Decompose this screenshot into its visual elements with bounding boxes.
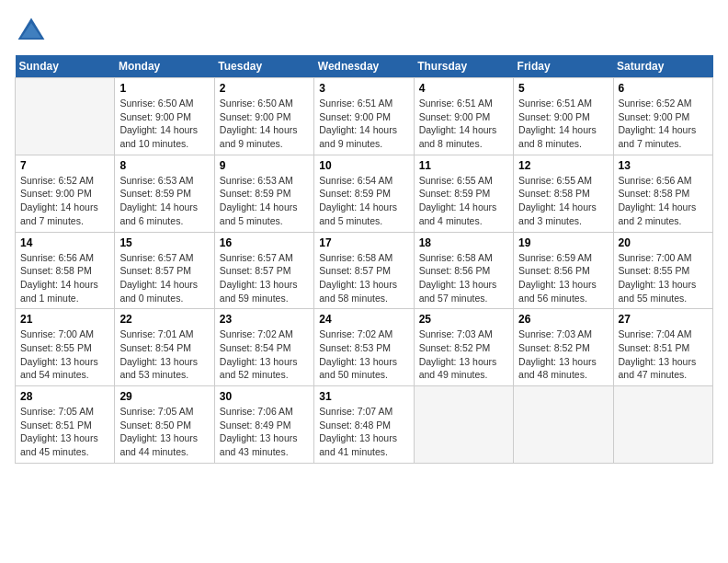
day-number: 1 <box>119 82 209 95</box>
week-row-3: 14Sunrise: 6:56 AM Sunset: 8:58 PM Dayli… <box>16 232 713 309</box>
calendar-cell <box>613 386 712 464</box>
day-detail: Sunrise: 6:56 AM Sunset: 8:58 PM Dayligh… <box>20 251 109 305</box>
calendar-cell: 22Sunrise: 7:01 AM Sunset: 8:54 PM Dayli… <box>115 309 214 386</box>
day-detail: Sunrise: 6:51 AM Sunset: 9:00 PM Dayligh… <box>518 97 608 151</box>
calendar-cell: 13Sunrise: 6:56 AM Sunset: 8:58 PM Dayli… <box>613 155 712 232</box>
day-detail: Sunrise: 7:03 AM Sunset: 8:52 PM Dayligh… <box>518 327 608 382</box>
calendar-cell: 8Sunrise: 6:53 AM Sunset: 8:59 PM Daylig… <box>115 155 214 232</box>
day-number: 28 <box>20 390 109 403</box>
day-number: 4 <box>419 82 508 95</box>
week-row-2: 7Sunrise: 6:52 AM Sunset: 9:00 PM Daylig… <box>16 155 713 232</box>
calendar-cell: 1Sunrise: 6:50 AM Sunset: 9:00 PM Daylig… <box>115 78 214 155</box>
calendar-cell: 29Sunrise: 7:05 AM Sunset: 8:50 PM Dayli… <box>115 386 214 464</box>
calendar-cell: 17Sunrise: 6:58 AM Sunset: 8:57 PM Dayli… <box>314 232 414 309</box>
calendar-cell: 5Sunrise: 6:51 AM Sunset: 9:00 PM Daylig… <box>514 78 613 155</box>
calendar-cell: 7Sunrise: 6:52 AM Sunset: 9:00 PM Daylig… <box>16 155 115 232</box>
day-number: 27 <box>619 313 708 326</box>
day-detail: Sunrise: 6:50 AM Sunset: 9:00 PM Dayligh… <box>220 97 309 151</box>
day-number: 18 <box>419 236 508 249</box>
calendar-cell: 26Sunrise: 7:03 AM Sunset: 8:52 PM Dayli… <box>514 309 613 386</box>
calendar-cell: 20Sunrise: 7:00 AM Sunset: 8:55 PM Dayli… <box>613 232 712 309</box>
day-detail: Sunrise: 6:50 AM Sunset: 9:00 PM Dayligh… <box>119 97 209 151</box>
day-detail: Sunrise: 6:58 AM Sunset: 8:56 PM Dayligh… <box>419 251 508 305</box>
logo <box>15 15 53 48</box>
day-detail: Sunrise: 7:00 AM Sunset: 8:55 PM Dayligh… <box>619 251 708 305</box>
day-detail: Sunrise: 7:02 AM Sunset: 8:54 PM Dayligh… <box>220 327 309 382</box>
calendar-cell: 4Sunrise: 6:51 AM Sunset: 9:00 PM Daylig… <box>414 78 513 155</box>
day-detail: Sunrise: 6:53 AM Sunset: 8:59 PM Dayligh… <box>119 174 209 228</box>
day-number: 16 <box>220 236 309 249</box>
day-detail: Sunrise: 6:52 AM Sunset: 9:00 PM Dayligh… <box>20 174 109 228</box>
weekday-header-row: SundayMondayTuesdayWednesdayThursdayFrid… <box>16 55 713 78</box>
day-number: 12 <box>518 159 608 172</box>
day-detail: Sunrise: 6:57 AM Sunset: 8:57 PM Dayligh… <box>220 251 309 305</box>
day-detail: Sunrise: 7:02 AM Sunset: 8:53 PM Dayligh… <box>319 327 408 382</box>
weekday-header-saturday: Saturday <box>613 55 712 78</box>
day-number: 30 <box>220 390 309 403</box>
day-detail: Sunrise: 6:52 AM Sunset: 9:00 PM Dayligh… <box>619 97 708 151</box>
calendar-cell: 9Sunrise: 6:53 AM Sunset: 8:59 PM Daylig… <box>214 155 313 232</box>
day-number: 8 <box>119 159 209 172</box>
day-detail: Sunrise: 7:07 AM Sunset: 8:48 PM Dayligh… <box>319 405 408 459</box>
calendar-cell: 6Sunrise: 6:52 AM Sunset: 9:00 PM Daylig… <box>613 78 712 155</box>
day-detail: Sunrise: 6:55 AM Sunset: 8:58 PM Dayligh… <box>518 174 608 228</box>
day-detail: Sunrise: 7:03 AM Sunset: 8:52 PM Dayligh… <box>419 327 508 382</box>
day-detail: Sunrise: 6:57 AM Sunset: 8:57 PM Dayligh… <box>119 251 209 305</box>
day-number: 7 <box>20 159 109 172</box>
calendar-cell: 14Sunrise: 6:56 AM Sunset: 8:58 PM Dayli… <box>16 232 115 309</box>
calendar-cell: 30Sunrise: 7:06 AM Sunset: 8:49 PM Dayli… <box>214 386 313 464</box>
calendar-cell <box>514 386 613 464</box>
calendar-table: SundayMondayTuesdayWednesdayThursdayFrid… <box>15 55 713 464</box>
day-detail: Sunrise: 6:59 AM Sunset: 8:56 PM Dayligh… <box>518 251 608 305</box>
calendar-cell: 2Sunrise: 6:50 AM Sunset: 9:00 PM Daylig… <box>214 78 313 155</box>
day-number: 19 <box>518 236 608 249</box>
week-row-4: 21Sunrise: 7:00 AM Sunset: 8:55 PM Dayli… <box>16 309 713 386</box>
calendar-cell <box>16 78 115 155</box>
week-row-5: 28Sunrise: 7:05 AM Sunset: 8:51 PM Dayli… <box>16 386 713 464</box>
weekday-header-sunday: Sunday <box>16 55 115 78</box>
day-number: 25 <box>419 313 508 326</box>
day-detail: Sunrise: 6:54 AM Sunset: 8:59 PM Dayligh… <box>319 174 408 228</box>
calendar-cell: 15Sunrise: 6:57 AM Sunset: 8:57 PM Dayli… <box>115 232 214 309</box>
calendar-cell: 28Sunrise: 7:05 AM Sunset: 8:51 PM Dayli… <box>16 386 115 464</box>
weekday-header-wednesday: Wednesday <box>314 55 414 78</box>
day-number: 5 <box>518 82 608 95</box>
calendar-cell: 3Sunrise: 6:51 AM Sunset: 9:00 PM Daylig… <box>314 78 414 155</box>
day-number: 23 <box>220 313 309 326</box>
day-number: 9 <box>220 159 309 172</box>
logo-icon <box>15 15 48 48</box>
calendar-cell: 24Sunrise: 7:02 AM Sunset: 8:53 PM Dayli… <box>314 309 414 386</box>
day-number: 11 <box>419 159 508 172</box>
page-header <box>15 15 713 48</box>
day-number: 26 <box>518 313 608 326</box>
calendar-cell: 12Sunrise: 6:55 AM Sunset: 8:58 PM Dayli… <box>514 155 613 232</box>
weekday-header-friday: Friday <box>514 55 613 78</box>
calendar-cell <box>414 386 513 464</box>
day-number: 10 <box>319 159 408 172</box>
day-number: 29 <box>119 390 209 403</box>
calendar-cell: 21Sunrise: 7:00 AM Sunset: 8:55 PM Dayli… <box>16 309 115 386</box>
day-detail: Sunrise: 7:04 AM Sunset: 8:51 PM Dayligh… <box>619 327 708 382</box>
day-detail: Sunrise: 6:51 AM Sunset: 9:00 PM Dayligh… <box>319 97 408 151</box>
calendar-cell: 16Sunrise: 6:57 AM Sunset: 8:57 PM Dayli… <box>214 232 313 309</box>
calendar-cell: 23Sunrise: 7:02 AM Sunset: 8:54 PM Dayli… <box>214 309 313 386</box>
calendar-cell: 10Sunrise: 6:54 AM Sunset: 8:59 PM Dayli… <box>314 155 414 232</box>
day-detail: Sunrise: 7:05 AM Sunset: 8:51 PM Dayligh… <box>20 405 109 459</box>
week-row-1: 1Sunrise: 6:50 AM Sunset: 9:00 PM Daylig… <box>16 78 713 155</box>
day-detail: Sunrise: 7:06 AM Sunset: 8:49 PM Dayligh… <box>220 405 309 459</box>
day-number: 31 <box>319 390 408 403</box>
calendar-cell: 19Sunrise: 6:59 AM Sunset: 8:56 PM Dayli… <box>514 232 613 309</box>
weekday-header-tuesday: Tuesday <box>214 55 313 78</box>
day-number: 2 <box>220 82 309 95</box>
day-number: 6 <box>619 82 708 95</box>
day-detail: Sunrise: 7:01 AM Sunset: 8:54 PM Dayligh… <box>119 327 209 382</box>
calendar-cell: 27Sunrise: 7:04 AM Sunset: 8:51 PM Dayli… <box>613 309 712 386</box>
day-number: 15 <box>119 236 209 249</box>
day-number: 24 <box>319 313 408 326</box>
weekday-header-monday: Monday <box>115 55 214 78</box>
day-number: 17 <box>319 236 408 249</box>
day-detail: Sunrise: 6:51 AM Sunset: 9:00 PM Dayligh… <box>419 97 508 151</box>
calendar-cell: 31Sunrise: 7:07 AM Sunset: 8:48 PM Dayli… <box>314 386 414 464</box>
calendar-cell: 25Sunrise: 7:03 AM Sunset: 8:52 PM Dayli… <box>414 309 513 386</box>
day-detail: Sunrise: 6:56 AM Sunset: 8:58 PM Dayligh… <box>619 174 708 228</box>
